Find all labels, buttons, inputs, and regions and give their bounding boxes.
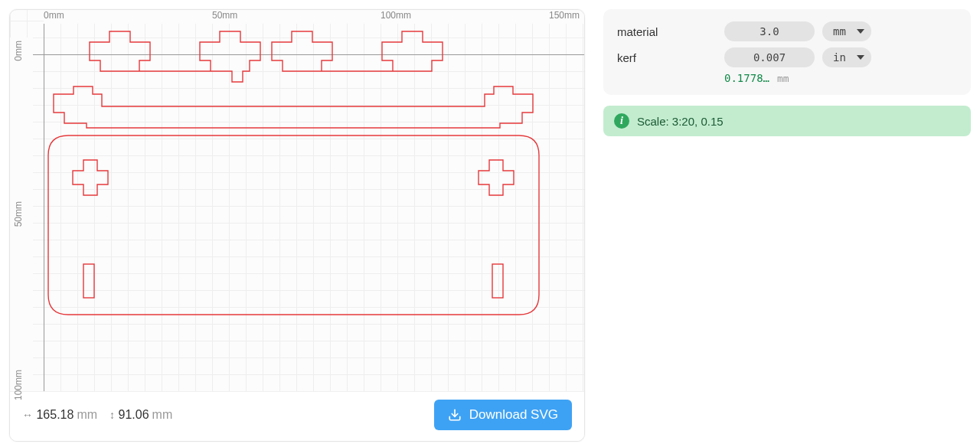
width-value: 165.18 bbox=[36, 408, 74, 421]
canvas-panel: 0mm 50mm 100mm 150mm 0mm 50mm 100mm bbox=[9, 9, 585, 442]
width-arrow-icon: ↔ bbox=[22, 409, 33, 421]
side-panel: material mm kerf in 0.1778… mm i Scale: … bbox=[603, 9, 971, 442]
svg-rect-0 bbox=[83, 264, 94, 298]
kerf-label: kerf bbox=[617, 51, 717, 64]
ruler-tick: 150mm bbox=[549, 10, 580, 21]
svg-rect-1 bbox=[492, 264, 503, 298]
height-unit: mm bbox=[152, 408, 173, 421]
info-icon: i bbox=[614, 113, 629, 129]
download-svg-button[interactable]: Download SVG bbox=[434, 400, 572, 430]
kerf-converted-unit: mm bbox=[777, 73, 789, 84]
width-unit: mm bbox=[77, 408, 97, 421]
cut-pattern bbox=[10, 10, 550, 347]
dimension-readout: ↔ 165.18mm ↕ 91.06mm bbox=[22, 408, 172, 422]
scale-info-banner: i Scale: 3:20, 0.15 bbox=[603, 106, 971, 136]
ruler-tick: 100mm bbox=[13, 370, 24, 400]
height-readout: ↕ 91.06mm bbox=[109, 408, 172, 422]
download-label: Download SVG bbox=[469, 407, 558, 423]
kerf-converted-value: 0.1778… bbox=[724, 72, 769, 84]
kerf-input[interactable] bbox=[724, 47, 815, 67]
height-value: 91.06 bbox=[119, 408, 149, 421]
kerf-conversion: 0.1778… mm bbox=[617, 72, 957, 84]
height-arrow-icon: ↕ bbox=[109, 409, 115, 421]
material-row: material mm bbox=[617, 18, 957, 44]
kerf-unit-select[interactable]: in bbox=[822, 47, 871, 67]
material-input[interactable] bbox=[724, 21, 815, 41]
material-label: material bbox=[617, 25, 717, 38]
material-unit-select[interactable]: mm bbox=[822, 21, 871, 41]
controls-card: material mm kerf in 0.1778… mm bbox=[603, 9, 971, 95]
canvas-area[interactable]: 0mm 50mm 100mm 150mm 0mm 50mm 100mm bbox=[10, 10, 584, 391]
scale-text: Scale: 3:20, 0.15 bbox=[637, 115, 724, 128]
download-icon bbox=[448, 408, 462, 422]
width-readout: ↔ 165.18mm bbox=[22, 408, 97, 422]
canvas-footer: ↔ 165.18mm ↕ 91.06mm Download SVG bbox=[10, 391, 584, 441]
kerf-row: kerf in bbox=[617, 44, 957, 70]
